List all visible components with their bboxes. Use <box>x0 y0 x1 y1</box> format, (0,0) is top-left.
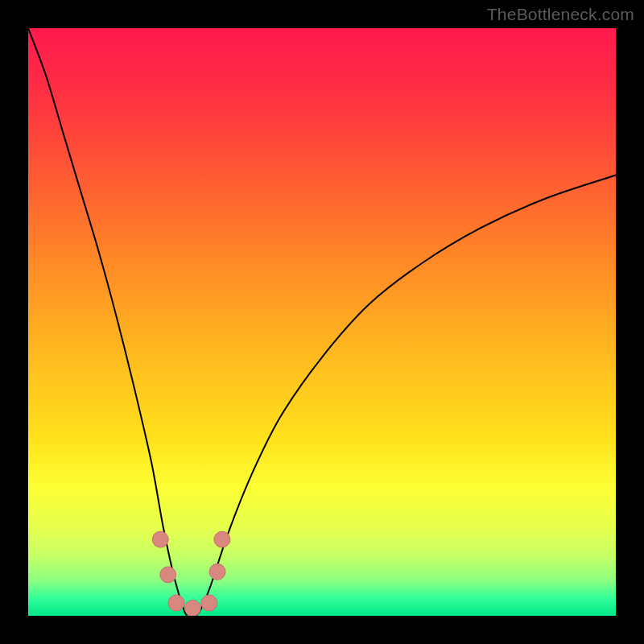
curve-marker <box>201 595 217 611</box>
plot-area <box>28 28 616 616</box>
plot-background <box>28 28 616 616</box>
curve-marker <box>152 531 168 547</box>
curve-marker <box>160 567 176 583</box>
chart-svg <box>28 28 616 616</box>
curve-marker <box>184 601 200 616</box>
curve-marker <box>209 564 225 580</box>
curve-marker <box>168 595 184 611</box>
curve-marker <box>214 531 230 547</box>
chart-frame: TheBottleneck.com <box>0 0 644 644</box>
watermark-text: TheBottleneck.com <box>487 5 634 24</box>
